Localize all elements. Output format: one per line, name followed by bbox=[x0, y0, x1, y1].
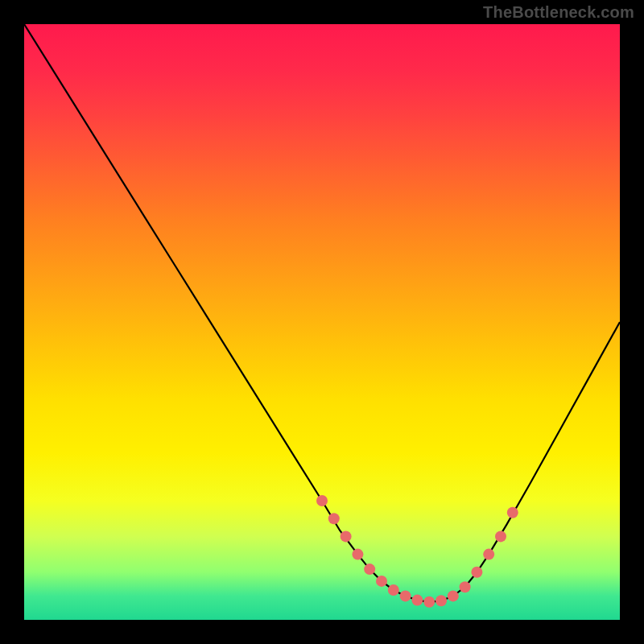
marker-point bbox=[341, 530, 352, 542]
plot-area bbox=[24, 24, 620, 620]
marker-point bbox=[388, 584, 399, 596]
chart-frame: TheBottleneck.com bbox=[0, 0, 644, 644]
marker-point bbox=[411, 595, 423, 606]
chart-svg bbox=[24, 24, 620, 620]
marker-point bbox=[316, 495, 328, 506]
curve-line bbox=[24, 24, 620, 602]
marker-point bbox=[423, 597, 435, 608]
marker-point bbox=[436, 595, 447, 606]
watermark-text: TheBottleneck.com bbox=[483, 3, 634, 22]
marker-point bbox=[352, 549, 363, 560]
marker-point bbox=[495, 530, 506, 542]
marker-point bbox=[376, 576, 387, 587]
marker-point bbox=[460, 581, 471, 592]
marker-point bbox=[471, 567, 482, 578]
marker-point bbox=[400, 590, 411, 601]
marker-point bbox=[483, 549, 494, 560]
marker-point bbox=[328, 513, 340, 524]
highlight-markers bbox=[316, 495, 518, 608]
marker-point bbox=[448, 590, 459, 601]
marker-point bbox=[364, 564, 375, 575]
marker-point bbox=[507, 507, 518, 518]
